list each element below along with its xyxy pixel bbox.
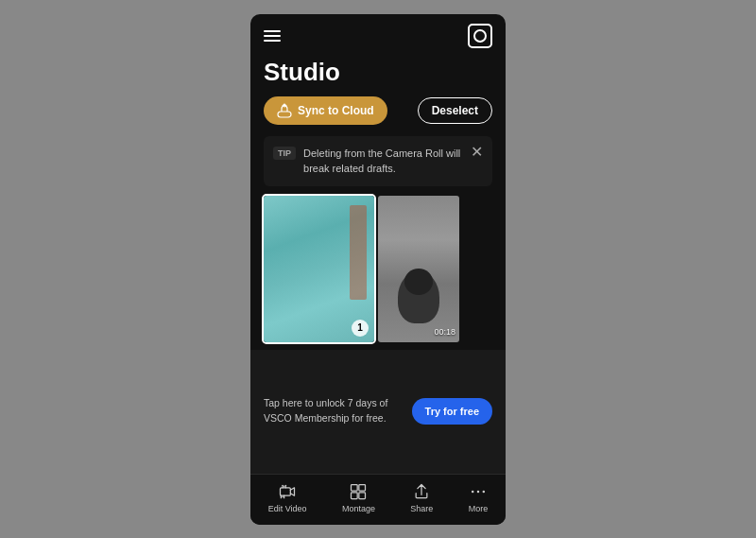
deselect-button[interactable]: Deselect: [418, 97, 492, 124]
share-icon: [412, 482, 431, 501]
tip-badge: TIP: [273, 147, 296, 160]
svg-rect-11: [359, 492, 366, 498]
nav-item-share[interactable]: Share: [410, 482, 433, 513]
camera-icon[interactable]: [468, 24, 492, 48]
action-row: Sync to Cloud Deselect: [250, 96, 506, 136]
nav-label-more: More: [469, 504, 489, 513]
svg-rect-8: [352, 484, 358, 491]
svg-point-14: [483, 490, 485, 493]
svg-rect-9: [359, 484, 366, 491]
top-bar: [250, 14, 506, 54]
sync-label: Sync to Cloud: [298, 104, 374, 117]
nav-label-edit-video: Edit Video: [268, 504, 307, 513]
nav-item-edit-video[interactable]: Edit Video: [268, 482, 307, 513]
svg-rect-0: [278, 112, 291, 117]
svg-rect-10: [352, 492, 358, 498]
phone-container: Studio Sync to Cloud Deselect TIP Deleti…: [250, 14, 506, 525]
media-grid: 1 00:18: [250, 196, 506, 342]
menu-icon[interactable]: [264, 30, 281, 42]
tip-banner: TIP Deleting from the Camera Roll will b…: [264, 136, 492, 186]
tip-text: Deleting from the Camera Roll will break…: [303, 146, 463, 177]
nav-label-montage: Montage: [342, 504, 375, 513]
sync-icon: [277, 103, 292, 118]
try-for-free-button[interactable]: Try for free: [412, 398, 492, 425]
video-duration: 00:18: [434, 327, 455, 337]
promo-text: Tap here to unlock 7 days of VSCO Member…: [264, 396, 403, 426]
promo-banner: Tap here to unlock 7 days of VSCO Member…: [250, 350, 506, 474]
video-thumbnail-1: [378, 196, 459, 342]
selection-badge: 1: [352, 320, 369, 337]
media-item-video-1[interactable]: 00:18: [378, 196, 459, 342]
close-icon[interactable]: ✕: [471, 145, 483, 160]
nav-label-share: Share: [410, 504, 433, 513]
nav-item-montage[interactable]: Montage: [342, 482, 375, 513]
media-item-photo-1[interactable]: 1: [264, 196, 374, 342]
svg-point-13: [477, 490, 480, 493]
bottom-nav: Edit Video Montage Share: [250, 474, 506, 525]
edit-video-icon: [278, 482, 297, 501]
svg-point-12: [472, 490, 474, 493]
montage-icon: [349, 482, 368, 501]
more-icon: [469, 482, 488, 501]
sync-to-cloud-button[interactable]: Sync to Cloud: [264, 96, 387, 125]
svg-rect-1: [281, 487, 291, 495]
page-title: Studio: [250, 54, 506, 96]
nav-item-more[interactable]: More: [469, 482, 489, 513]
